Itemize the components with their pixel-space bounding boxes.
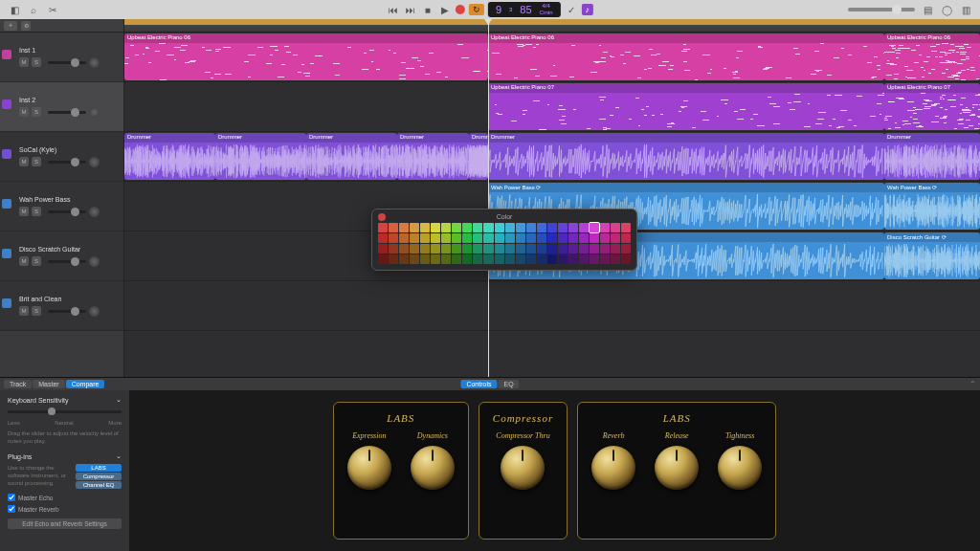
tab-compare[interactable]: Compare — [66, 380, 105, 388]
color-swatch[interactable] — [441, 244, 451, 253]
region[interactable]: Upbeat Electric Piano 07 — [884, 83, 980, 130]
quick-help-icon[interactable]: ⌕ — [27, 3, 40, 16]
color-swatch[interactable] — [389, 254, 398, 264]
color-swatch[interactable] — [558, 244, 568, 253]
color-swatch[interactable] — [495, 244, 504, 253]
color-swatch[interactable] — [526, 254, 536, 264]
region[interactable]: Drummer — [469, 133, 488, 180]
color-swatch[interactable] — [441, 233, 451, 243]
color-swatch[interactable] — [547, 244, 557, 253]
color-swatch[interactable] — [579, 244, 589, 253]
pan-knob[interactable] — [89, 157, 100, 167]
color-swatch[interactable] — [516, 223, 525, 232]
color-swatch[interactable] — [505, 244, 515, 253]
master-reverb-checkbox[interactable]: Master Reverb — [8, 505, 122, 513]
color-swatch[interactable] — [579, 223, 589, 232]
color-swatch[interactable] — [420, 233, 430, 243]
cycle-button[interactable]: ↻ — [469, 4, 484, 15]
color-swatch[interactable] — [621, 244, 631, 253]
color-swatch[interactable] — [558, 254, 568, 264]
knob-release[interactable] — [655, 446, 699, 490]
mute-button[interactable]: M — [19, 107, 29, 117]
edit-echo-reverb-button[interactable]: Edit Echo and Reverb Settings — [8, 518, 122, 529]
tab-controls[interactable]: Controls — [460, 380, 497, 388]
scissors-icon[interactable]: ✂ — [46, 3, 59, 16]
color-swatch[interactable] — [526, 244, 536, 253]
solo-button[interactable]: S — [32, 107, 41, 117]
color-swatch[interactable] — [431, 223, 440, 232]
rewind-icon[interactable]: ⏮ — [387, 3, 400, 16]
volume-slider[interactable] — [48, 310, 86, 313]
color-swatch[interactable] — [516, 244, 525, 253]
color-swatch[interactable] — [600, 223, 610, 232]
color-swatch[interactable] — [537, 254, 546, 264]
color-swatch[interactable] — [568, 223, 578, 232]
color-swatch[interactable] — [378, 244, 388, 253]
mute-button[interactable]: M — [19, 157, 29, 166]
color-swatch[interactable] — [611, 244, 620, 253]
color-swatch[interactable] — [600, 233, 610, 243]
plugin-slot-labs[interactable]: LABS — [76, 464, 122, 472]
color-swatch[interactable] — [399, 254, 409, 264]
color-swatch[interactable] — [526, 223, 536, 232]
add-track-button[interactable]: + — [4, 21, 17, 31]
track-header[interactable]: Wah Power Bass M S — [0, 182, 123, 231]
track-lane[interactable]: Upbeat Electric Piano 06Upbeat Electric … — [124, 33, 980, 82]
color-swatch[interactable] — [537, 233, 546, 243]
color-swatch[interactable] — [568, 244, 578, 253]
color-swatch[interactable] — [558, 233, 568, 243]
volume-slider[interactable] — [48, 260, 86, 263]
color-swatch[interactable] — [378, 233, 388, 243]
close-icon[interactable] — [378, 213, 386, 221]
color-swatch[interactable] — [611, 223, 620, 232]
region[interactable]: Drummer — [124, 133, 215, 180]
color-swatch[interactable] — [462, 244, 472, 253]
knob-reverb[interactable] — [591, 446, 635, 490]
lcd-display[interactable]: 9 3 85 4/4Cmin — [488, 2, 561, 17]
color-swatch[interactable] — [505, 223, 515, 232]
color-swatch[interactable] — [431, 254, 440, 264]
color-swatch[interactable] — [452, 233, 461, 243]
color-swatch[interactable] — [505, 233, 515, 243]
color-swatch[interactable] — [568, 254, 578, 264]
stop-icon[interactable]: ■ — [421, 3, 434, 16]
kbsens-slider[interactable] — [8, 410, 122, 413]
track-lane[interactable]: Upbeat Electric Piano 07Upbeat Electric … — [124, 82, 980, 132]
color-swatch[interactable] — [516, 233, 525, 243]
region[interactable]: Upbeat Electric Piano 06 — [884, 33, 980, 80]
color-swatch[interactable] — [483, 233, 493, 243]
color-swatch[interactable] — [473, 244, 482, 253]
volume-slider[interactable] — [48, 161, 86, 164]
color-swatch[interactable] — [579, 233, 589, 243]
track-header[interactable]: Brit and Clean M S — [0, 281, 123, 331]
color-swatch[interactable] — [378, 254, 388, 264]
color-swatch[interactable] — [399, 223, 409, 232]
color-swatch[interactable] — [526, 233, 536, 243]
color-swatch[interactable] — [495, 254, 504, 264]
track-header[interactable]: Disco Scratch Guitar M S — [0, 231, 123, 281]
color-swatch[interactable] — [590, 254, 599, 264]
tab-master[interactable]: Master — [33, 380, 64, 388]
notepad-icon[interactable]: ▤ — [921, 3, 934, 16]
mute-button[interactable]: M — [19, 207, 29, 216]
color-swatch[interactable] — [462, 233, 472, 243]
color-swatch[interactable] — [505, 254, 515, 264]
color-swatch[interactable] — [568, 233, 578, 243]
media-icon[interactable]: ▥ — [959, 3, 972, 16]
color-swatch[interactable] — [389, 233, 398, 243]
color-swatch[interactable] — [410, 233, 419, 243]
pan-knob[interactable] — [89, 256, 100, 267]
region[interactable]: Drummer — [397, 133, 469, 180]
region[interactable]: Drummer — [884, 133, 980, 180]
region[interactable]: Upbeat Electric Piano 07 — [488, 83, 884, 130]
region[interactable]: Disco Scratch Guitar ⟳ — [884, 232, 980, 279]
region[interactable]: Wah Power Bass ⟳ — [884, 183, 980, 230]
mute-button[interactable]: M — [19, 256, 29, 266]
color-swatch[interactable] — [621, 254, 631, 264]
volume-slider[interactable] — [48, 210, 86, 213]
collapse-editor-icon[interactable]: ⌃ — [969, 380, 976, 388]
track-header[interactable]: SoCal (Kyle) M S — [0, 132, 123, 182]
color-swatch[interactable] — [410, 223, 419, 232]
color-swatch[interactable] — [547, 233, 557, 243]
color-swatch[interactable] — [399, 244, 409, 253]
